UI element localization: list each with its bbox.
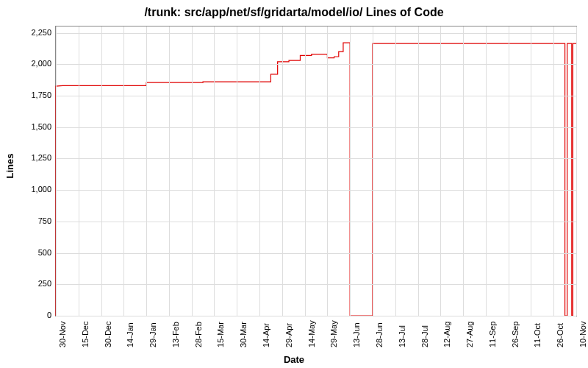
data-series-svg (56, 26, 576, 316)
chart-container: /trunk: src/app/net/sf/gridarta/model/io… (0, 0, 588, 368)
xtick-label: 30-Dec (104, 322, 112, 347)
gridline-v (146, 26, 147, 316)
xtick-label: 14-May (307, 320, 316, 347)
gridline-v (463, 26, 464, 316)
gridline-v (531, 26, 531, 316)
gridline-h (56, 190, 576, 191)
gridline-v (169, 26, 170, 316)
ytick-label: 2,000 (7, 59, 51, 68)
xtick-label: 15-Mar (216, 322, 225, 347)
gridline-v (282, 26, 283, 316)
gridline-v (259, 26, 260, 316)
gridline-h (56, 33, 576, 34)
ytick-label: 750 (7, 216, 51, 225)
gridline-v (576, 26, 577, 316)
gridline-h (56, 127, 576, 128)
xtick-label: 30-Nov (58, 322, 67, 347)
gridline-v (237, 26, 237, 316)
gridline-h (56, 64, 576, 65)
gridline-h (56, 158, 576, 159)
gridline-h (56, 96, 576, 96)
gridline-h (56, 222, 576, 222)
ytick-label: 250 (7, 279, 51, 288)
xtick-label: 12-Aug (442, 322, 451, 347)
xtick-label: 29-May (329, 320, 338, 347)
gridline-v (509, 26, 509, 316)
xtick-label: 13-Feb (171, 322, 180, 347)
gridline-v (350, 26, 351, 316)
xtick-label: 13-Jul (398, 325, 406, 347)
gridline-v (305, 26, 306, 316)
xtick-label: 28-Jun (375, 322, 384, 347)
gridline-v (395, 26, 396, 316)
gridline-v (373, 26, 373, 316)
x-axis-label: Date (0, 354, 588, 365)
gridline-v (79, 26, 79, 316)
loc-line (56, 43, 576, 316)
gridline-v (56, 26, 57, 316)
gridline-v (418, 26, 419, 316)
gridline-h (56, 316, 576, 316)
xtick-label: 10-Nov (578, 322, 587, 347)
gridline-v (101, 26, 102, 316)
xtick-label: 26-Oct (556, 323, 564, 347)
xtick-label: 27-Aug (465, 322, 474, 347)
gridline-v (486, 26, 487, 316)
xtick-label: 13-Jun (352, 322, 361, 347)
chart-title: /trunk: src/app/net/sf/gridarta/model/io… (0, 6, 588, 19)
xtick-label: 11-Sep (488, 322, 497, 347)
xtick-label: 15-Dec (81, 322, 90, 347)
gridline-v (553, 26, 554, 316)
ytick-label: 0 (7, 311, 51, 319)
gridline-v (192, 26, 193, 316)
xtick-label: 29-Apr (284, 323, 293, 347)
ytick-label: 2,250 (7, 28, 51, 37)
ytick-label: 1,000 (7, 185, 51, 194)
gridline-v (214, 26, 215, 316)
ytick-label: 1,750 (7, 91, 51, 99)
xtick-label: 28-Jul (420, 325, 429, 347)
gridline-h (56, 253, 576, 254)
xtick-label: 30-Mar (239, 322, 248, 347)
xtick-label: 11-Oct (533, 323, 542, 347)
xtick-label: 26-Sep (511, 322, 520, 347)
xtick-label: 14-Apr (262, 323, 270, 347)
ytick-label: 1,500 (7, 122, 51, 131)
gridline-v (123, 26, 124, 316)
xtick-label: 28-Feb (194, 322, 203, 347)
xtick-label: 29-Jan (148, 322, 157, 347)
ytick-label: 500 (7, 248, 51, 257)
gridline-v (327, 26, 328, 316)
xtick-label: 14-Jan (126, 322, 135, 347)
gridline-h (56, 284, 576, 285)
plot-area (55, 26, 577, 316)
gridline-v (440, 26, 441, 316)
ytick-label: 1,250 (7, 153, 51, 162)
